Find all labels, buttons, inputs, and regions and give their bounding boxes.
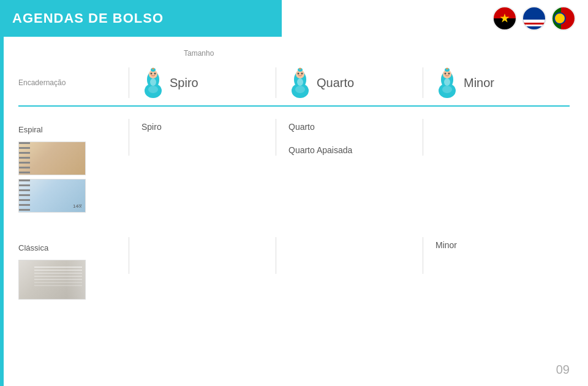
svg-point-15 [301, 73, 303, 75]
svg-point-23 [445, 73, 447, 75]
doll-icon-minor [435, 67, 459, 98]
row-label-classica: Clássica [18, 237, 129, 300]
svg-point-26 [446, 68, 448, 70]
thumb-espiral-container [18, 142, 129, 213]
col-header-quarto: Quarto [276, 67, 423, 98]
svg-point-8 [152, 68, 154, 70]
svg-point-3 [150, 78, 156, 86]
cell-espiral-quarto: Quarto Quarto Apaisada [276, 119, 423, 156]
flag-cape-verde[interactable] [522, 6, 546, 31]
row-espiral: Espiral Spiro Quarto Quarto Apaisada [18, 119, 570, 213]
svg-point-5 [151, 73, 153, 75]
row-label-espiral: Espiral [18, 119, 129, 213]
flag-angola[interactable] [492, 6, 517, 31]
col-header-quarto-text: Quarto [317, 76, 354, 90]
grid-container: Encadernação Spiro [18, 67, 570, 312]
cell-classica-quarto [276, 237, 423, 274]
svg-point-12 [297, 78, 303, 86]
header-row: Encadernação Spiro [18, 67, 570, 107]
cell-classica-spiro [129, 237, 276, 274]
svg-point-6 [154, 73, 156, 75]
encadernacao-label-cell: Encadernação [18, 78, 129, 87]
header-banner: AGENDAS DE BOLSO [0, 0, 282, 37]
svg-point-17 [299, 68, 301, 70]
page-number: 09 [556, 363, 570, 377]
doll-icon-spiro [141, 67, 165, 98]
flags-container [492, 6, 576, 31]
svg-point-4 [148, 86, 158, 93]
doll-icon-quarto [288, 67, 312, 98]
svg-point-24 [448, 73, 450, 75]
col-header-minor: Minor [423, 67, 570, 98]
flag-portugal[interactable] [551, 6, 576, 31]
svg-point-13 [295, 86, 305, 93]
col-header-spiro: Spiro [129, 67, 276, 98]
tamanho-label: Tamanho [184, 49, 214, 58]
svg-point-14 [298, 73, 300, 75]
row-classica: Clássica Minor [18, 237, 570, 300]
col-header-spiro-text: Spiro [170, 76, 198, 90]
thumb-classic-1 [18, 260, 86, 300]
thumb-spiral-1 [18, 142, 86, 175]
cell-espiral-minor [423, 119, 570, 156]
cell-classica-minor: Minor [423, 237, 570, 274]
cell-espiral-spiro: Spiro [129, 119, 276, 156]
page-title: AGENDAS DE BOLSO [12, 10, 164, 26]
cell-text-espiral-quarto-apaisada: Quarto Apaisada [288, 145, 352, 155]
cell-text-classica-minor: Minor [435, 240, 457, 250]
svg-point-22 [442, 86, 452, 93]
cell-text-espiral-quarto: Quarto [288, 122, 315, 132]
cell-text-espiral-spiro: Spiro [141, 122, 162, 132]
svg-point-21 [444, 78, 450, 86]
thumb-spiral-2 [18, 179, 86, 213]
col-header-minor-text: Minor [464, 76, 494, 90]
main-content: Tamanho Encadernação [0, 37, 588, 324]
thumb-classica-container [18, 260, 129, 300]
